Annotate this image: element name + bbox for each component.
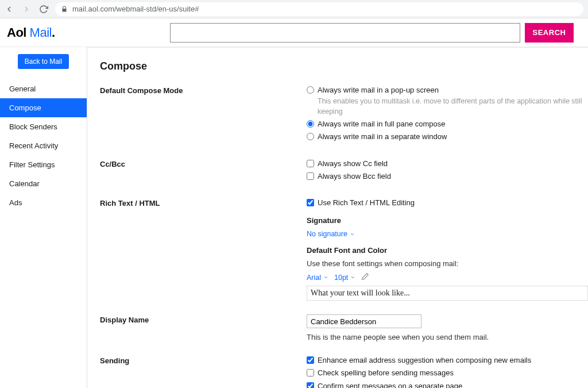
checkbox-use-richtext[interactable]: Use Rich Text / HTML Editing [307,198,588,208]
section-label-richtext: Rich Text / HTML [100,198,307,301]
checkbox-confirm-sent[interactable]: Confirm sent messages on a separate page [307,381,588,389]
font-description: Use these font settings when composing m… [307,259,588,268]
app-header: Aol Mail. SEARCH [0,18,588,47]
chevron-down-icon [350,232,355,237]
lock-icon [61,6,68,13]
checkbox-spellcheck[interactable]: Check spelling before sending messages [307,368,588,378]
search-input[interactable] [170,23,520,43]
settings-content: Compose Default Compose Mode Always writ… [87,47,588,388]
browser-chrome: mail.aol.com/webmail-std/en-us/suite# [0,0,588,18]
radio-full-pane[interactable]: Always write mail in full pane compose [307,119,588,129]
checkbox-enhance-suggestion[interactable]: Enhance email address suggestion when co… [307,355,588,366]
search-button[interactable]: SEARCH [525,23,574,43]
pencil-icon[interactable] [361,272,369,282]
display-name-hint: This is the name people see when you sen… [307,333,588,341]
forward-icon[interactable] [22,5,31,14]
sidebar-item-general[interactable]: General [0,79,87,98]
radio-separate-window[interactable]: Always write mail in a separate window [307,132,588,142]
signature-dropdown[interactable]: No signature [307,230,355,238]
display-name-input[interactable] [307,314,421,328]
font-family-dropdown[interactable]: Arial [307,274,328,282]
sidebar-item-calendar[interactable]: Calendar [0,174,87,193]
font-size-dropdown[interactable]: 10pt [334,274,355,282]
chevron-down-icon [350,275,355,280]
sidebar-item-compose[interactable]: Compose [0,98,87,117]
aol-mail-logo: Aol Mail. [7,25,55,40]
checkbox-show-bcc[interactable]: Always show Bcc field [307,171,588,182]
signature-heading: Signature [307,216,588,225]
reload-icon[interactable] [39,5,48,14]
section-label-ccbcc: Cc/Bcc [100,159,307,184]
back-to-mail-button[interactable]: Back to Mail [18,54,69,69]
checkbox-show-cc[interactable]: Always show Cc field [307,159,588,169]
sidebar-item-block-senders[interactable]: Block Senders [0,117,87,136]
page-title: Compose [100,60,588,72]
sidebar-item-recent-activity[interactable]: Recent Activity [0,136,87,155]
address-bar[interactable]: mail.aol.com/webmail-std/en-us/suite# [55,2,583,16]
font-heading: Default Font and Color [307,246,588,255]
radio-popup[interactable]: Always write mail in a pop-up screen Thi… [307,85,588,117]
section-label-displayname: Display Name [100,314,307,341]
sidebar-item-ads[interactable]: Ads [0,193,87,212]
settings-sidebar: Back to Mail GeneralComposeBlock Senders… [0,47,87,388]
sidebar-item-filter-settings[interactable]: Filter Settings [0,155,87,174]
chevron-down-icon [323,275,328,280]
back-icon[interactable] [5,5,14,14]
section-label-sending: Sending [100,355,307,388]
url-text: mail.aol.com/webmail-std/en-us/suite# [72,5,199,13]
section-label-compose-mode: Default Compose Mode [100,85,307,145]
font-preview: What your text will look like... [307,286,588,301]
